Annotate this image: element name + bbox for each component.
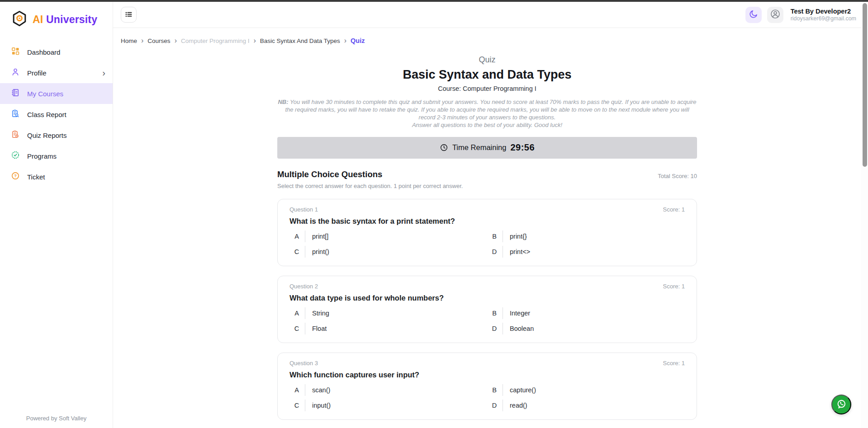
breadcrumb-courses[interactable]: Courses (147, 38, 170, 44)
breadcrumb-home[interactable]: Home (121, 38, 137, 44)
option-text: print<> (503, 246, 530, 258)
main-content: Home › Courses › Computer Programming I … (113, 28, 861, 428)
chevron-separator-icon: › (175, 37, 177, 44)
question-number: Question 1 (289, 206, 318, 213)
option-c[interactable]: CFloat (289, 323, 487, 335)
sidebar-item-label: Dashboard (27, 48, 60, 56)
question-card-2: Question 2 Score: 1 What data type is us… (277, 276, 697, 343)
option-c[interactable]: Cinput() (289, 400, 487, 412)
sidebar-item-dashboard[interactable]: Dashboard (0, 42, 113, 62)
options-grid: Ascan() Bcapture() Cinput() Dread() (289, 384, 685, 412)
quiz-report-clock-icon (11, 130, 20, 141)
quiz-instructions: NB: You will have 30 minutes to complete… (277, 98, 697, 129)
moon-icon (749, 9, 758, 20)
option-key: B (487, 233, 502, 240)
question-card-3: Question 3 Score: 1 Which function captu… (277, 353, 697, 420)
option-key: B (487, 386, 502, 394)
header-right-cluster: Test By Developer2 ridoysarker69@gmail.c… (745, 7, 856, 23)
sidebar: AI University Dashboard Profile (0, 2, 113, 428)
option-key: C (289, 325, 304, 332)
breadcrumb-course-name[interactable]: Computer Programming I (181, 38, 250, 44)
option-text: capture() (503, 384, 536, 396)
profile-menu-button[interactable] (767, 7, 783, 23)
theme-toggle-button[interactable] (745, 7, 762, 23)
ticket-question-icon: ? (11, 171, 20, 182)
option-key: D (487, 402, 502, 409)
sidebar-item-profile[interactable]: Profile › (0, 62, 113, 83)
chevron-right-icon[interactable]: › (102, 68, 105, 77)
option-a[interactable]: Aprint[] (289, 230, 487, 243)
sidebar-item-label: Ticket (27, 173, 45, 181)
option-text: scan() (305, 384, 330, 396)
question-score: Score: 1 (663, 283, 685, 290)
sidebar-item-ticket[interactable]: ? Ticket (0, 166, 113, 187)
time-remaining-value: 29:56 (510, 142, 535, 153)
option-d[interactable]: Dread() (487, 400, 685, 412)
breadcrumb-current-quiz: Quiz (351, 37, 365, 44)
brand-university: University (46, 14, 97, 25)
option-d[interactable]: Dprint<> (487, 246, 685, 258)
question-card-header: Question 2 Score: 1 (289, 283, 685, 290)
chevron-separator-icon: › (344, 37, 346, 44)
whatsapp-icon (835, 398, 847, 411)
option-text: read() (503, 400, 527, 411)
option-b[interactable]: Bprint{} (487, 230, 685, 243)
quiz-header: Quiz Basic Syntax and Data Types Course:… (113, 55, 861, 92)
mcq-section-subtitle: Select the correct answer for each quest… (277, 183, 697, 189)
nb-body: You will have 30 minutes to complete thi… (285, 99, 696, 121)
question-card-header: Question 3 Score: 1 (289, 360, 685, 367)
breadcrumb: Home › Courses › Computer Programming I … (113, 28, 861, 44)
quiz-instructions-line2: Answer all questions to the best of your… (277, 121, 697, 129)
whatsapp-floating-button[interactable] (831, 395, 851, 414)
breadcrumb-module[interactable]: Basic Syntax And Data Types (260, 38, 340, 44)
sidebar-item-quiz-reports[interactable]: Quiz Reports (0, 125, 113, 146)
svg-text:?: ? (14, 174, 17, 178)
option-a[interactable]: AString (289, 307, 487, 320)
hexagon-logo-icon (11, 10, 28, 29)
option-text: print{} (503, 230, 527, 242)
sidebar-item-programs[interactable]: Programs (0, 146, 113, 166)
option-key: C (289, 402, 304, 409)
mcq-section-header: Multiple Choice Questions Total Score: 1… (277, 169, 697, 179)
powered-by-footer: Powered by Soft Valley (0, 415, 113, 422)
option-c[interactable]: Cprint() (289, 246, 487, 258)
option-b[interactable]: BInteger (487, 307, 685, 320)
option-text: String (305, 307, 329, 319)
options-grid: AString BInteger CFloat DBoolean (289, 307, 685, 335)
question-number: Question 2 (289, 283, 318, 290)
option-text: print[] (305, 230, 328, 242)
question-card-1: Question 1 Score: 1 What is the basic sy… (277, 199, 697, 266)
sidebar-item-class-report[interactable]: Class Report (0, 104, 113, 125)
nb-label: NB: (278, 99, 288, 105)
scrollbar-thumb[interactable] (863, 3, 867, 167)
sidebar-toggle-button[interactable] (121, 7, 137, 23)
option-text: Float (305, 323, 327, 334)
question-text: What is the basic syntax for a print sta… (289, 217, 685, 226)
sidebar-item-label: My Courses (27, 90, 63, 98)
sidebar-item-my-courses[interactable]: My Courses (0, 83, 113, 104)
sidebar-item-label: Class Report (27, 111, 66, 118)
quiz-eyebrow: Quiz (113, 55, 861, 65)
quiz-title: Basic Syntax and Data Types (113, 68, 861, 82)
question-text: Which function captures user input? (289, 371, 685, 379)
sidebar-item-label: Programs (27, 152, 57, 160)
option-text: print() (305, 246, 329, 258)
user-avatar-icon (770, 9, 781, 21)
options-grid: Aprint[] Bprint{} Cprint() Dprint<> (289, 230, 685, 258)
sidebar-item-label: Quiz Reports (27, 132, 67, 139)
option-key: D (487, 325, 502, 332)
brand-logo[interactable]: AI University (0, 2, 113, 35)
option-b[interactable]: Bcapture() (487, 384, 685, 396)
class-report-search-icon (11, 109, 20, 120)
option-a[interactable]: Ascan() (289, 384, 487, 396)
sidebar-nav: Dashboard Profile › My Courses (0, 42, 113, 187)
option-d[interactable]: DBoolean (487, 323, 685, 335)
option-text: Integer (503, 307, 530, 319)
user-email: ridoysarker69@gmail.com (791, 15, 856, 22)
vertical-scrollbar[interactable] (861, 2, 868, 428)
profile-person-icon (11, 67, 20, 78)
question-score: Score: 1 (663, 360, 685, 367)
brand-name: AI University (33, 14, 97, 26)
dashboard-grid-icon (11, 47, 20, 57)
user-info[interactable]: Test By Developer2 ridoysarker69@gmail.c… (791, 8, 856, 22)
